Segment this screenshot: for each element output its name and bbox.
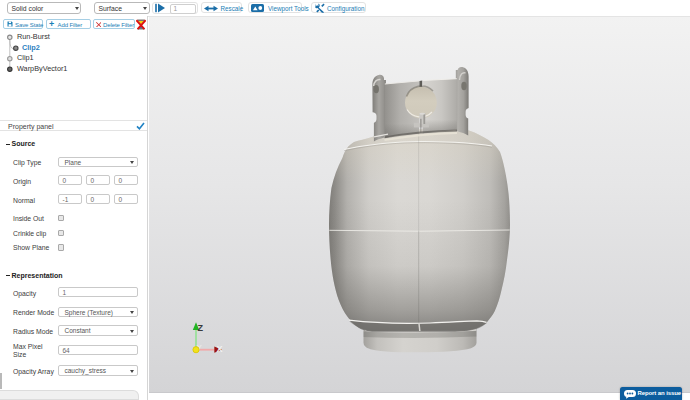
svg-text:X: X bbox=[217, 344, 223, 354]
svg-text:Z: Z bbox=[198, 323, 204, 333]
